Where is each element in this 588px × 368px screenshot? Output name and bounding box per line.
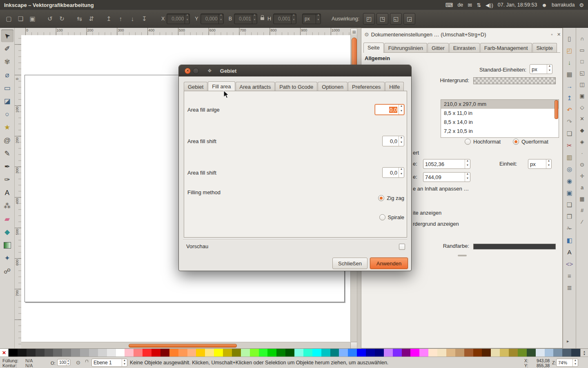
area-fill-angle-spinner[interactable]: ▲▼ (399, 105, 404, 114)
page-width-spinner[interactable]: ▲▼ (465, 159, 470, 168)
box3d-tool[interactable]: ◪ (1, 95, 13, 108)
affect-move-patterns-button[interactable]: ◲ (403, 13, 415, 25)
keyboard-layout-icon[interactable]: ⌨ (445, 2, 453, 8)
dialog-tab-fill-area[interactable]: Fill area (208, 81, 235, 92)
dropper-tool[interactable]: ✦ (1, 252, 13, 265)
snap-bbox-centers-icon[interactable]: ▣ (577, 90, 587, 101)
palette-swatch[interactable] (393, 349, 402, 357)
height-field-spinner[interactable]: ▲▼ (291, 14, 296, 24)
palette-swatch[interactable] (62, 349, 71, 357)
palette-swatch[interactable] (545, 349, 554, 357)
palette-swatch[interactable] (125, 349, 134, 357)
palette-swatch[interactable] (303, 349, 312, 357)
layer-select-spinner[interactable]: ▲▼ (122, 359, 127, 366)
affect-move-gradients-button[interactable]: ◱ (390, 13, 402, 25)
snap-midpoints-icon[interactable]: ∙ (577, 147, 587, 159)
zoom-tool[interactable]: ⌀ (1, 69, 13, 81)
palette-swatch[interactable] (151, 349, 160, 357)
commands-bar-expander[interactable]: ▸ (567, 339, 569, 344)
palette-swatch[interactable] (366, 349, 375, 357)
snap-grids-icon[interactable]: # (577, 204, 587, 216)
palette-swatch[interactable] (375, 349, 384, 357)
show-background-checkbox-label[interactable]: rdergrund anzeigen (413, 221, 459, 227)
dialog-tab-gebiet[interactable]: Gebiet (184, 82, 207, 91)
panel-float-button[interactable]: ▫ (548, 31, 555, 38)
palette-swatch[interactable] (500, 349, 509, 357)
no-color-swatch[interactable]: ✕ (0, 349, 9, 357)
tweak-tool[interactable]: ✾ (1, 56, 13, 68)
palette-swatch[interactable] (232, 349, 241, 357)
palette-swatch[interactable] (384, 349, 393, 357)
snap-smooth-nodes-icon[interactable]: ◈ (577, 136, 587, 147)
snap-rotation-centers-icon[interactable]: ✛ (577, 170, 587, 182)
palette-swatch[interactable] (446, 349, 455, 357)
zoom-spinner[interactable]: ▲▼ (572, 359, 578, 366)
clock[interactable]: 07. Jan, 18:59:53 (498, 2, 537, 8)
paste-icon[interactable]: ▥ (564, 151, 575, 163)
palette-swatch[interactable] (312, 349, 321, 357)
panel-tab-seite[interactable]: Seite (363, 43, 384, 53)
palette-swatch[interactable] (571, 349, 580, 357)
palette-swatch[interactable] (143, 349, 151, 357)
palette-swatch[interactable] (223, 349, 232, 357)
spiral-radio[interactable]: Spirale (379, 214, 404, 220)
show-page-checkbox-label[interactable]: ite anzeigen (413, 210, 441, 216)
area-fill-angle-field[interactable]: 0,0 ▲▼ (375, 104, 404, 115)
star-tool[interactable]: ★ (1, 121, 13, 134)
unlink-clone-icon[interactable]: ✁ (564, 222, 575, 234)
area-fill-shift2-field[interactable]: 0,0 ▲▼ (382, 167, 404, 178)
fit-page-expander[interactable]: e an Inhalt anpassen … (413, 186, 469, 192)
lock-ratio-icon[interactable] (261, 17, 264, 20)
width-field[interactable]: 0,001 ▲▼ (234, 13, 257, 24)
close-button[interactable]: Schließen (332, 258, 368, 269)
save-document-icon[interactable]: ↓ (564, 56, 575, 68)
palette-swatch[interactable] (473, 349, 482, 357)
unit-select[interactable]: px ▲▼ (302, 13, 321, 24)
stroke-value[interactable]: N/A (25, 363, 33, 368)
rotate-ccw-icon[interactable]: ↺ (45, 13, 56, 24)
palette-swatch[interactable] (402, 349, 411, 357)
palette-swatch[interactable] (45, 349, 53, 357)
palette-swatch[interactable] (321, 349, 330, 357)
affect-scale-corners-button[interactable]: ◳ (376, 13, 388, 25)
palette-swatch[interactable] (71, 349, 80, 357)
palette-swatch[interactable] (98, 349, 107, 357)
snap-nodes-icon[interactable]: ◇ (577, 101, 587, 113)
page-height-spinner[interactable]: ▲▼ (465, 173, 470, 182)
palette-swatch[interactable] (509, 349, 518, 357)
snap-cusp-nodes-icon[interactable]: ◆ (577, 124, 587, 136)
spray-tool[interactable]: ⁂ (1, 200, 13, 212)
dialog-tab-hilfe[interactable]: Hilfe (385, 82, 404, 91)
snap-bbox-midpoints-icon[interactable]: ◫ (577, 79, 587, 90)
dialog-tab-path-to-gcode[interactable]: Path to Gcode (275, 82, 317, 91)
unit-select-spinner[interactable]: ▲▼ (316, 14, 321, 24)
volume-icon[interactable]: ◀)) (486, 2, 493, 8)
landscape-radio[interactable]: Querformat (513, 139, 548, 145)
panel-resize-grip[interactable] (458, 255, 467, 256)
horizontal-scrollbar-thumb[interactable] (129, 344, 237, 348)
portrait-radio[interactable]: Hochformat (465, 139, 501, 145)
area-fill-shift2-spinner[interactable]: ▲▼ (399, 168, 404, 177)
panel-tab-gitter[interactable]: Gitter (428, 43, 449, 52)
dialog-tab-optionen[interactable]: Optionen (318, 82, 347, 91)
cut-icon[interactable]: ✂ (564, 139, 575, 151)
palette-swatch[interactable] (27, 349, 36, 357)
default-units-select[interactable]: px ▲▼ (530, 64, 552, 74)
zoom-field[interactable]: 74% ▲▼ (556, 359, 578, 367)
x-field-spinner[interactable]: ▲▼ (185, 14, 189, 24)
open-document-icon[interactable]: ◰ (564, 45, 575, 56)
ellipse-tool[interactable]: ○ (1, 108, 13, 121)
border-color-swatch[interactable] (473, 244, 556, 249)
palette-swatch[interactable] (437, 349, 446, 357)
snap-intersections-icon[interactable]: ✕ (577, 113, 587, 124)
fill-value[interactable]: N/A (25, 358, 33, 363)
keyboard-layout-label[interactable]: de (457, 2, 463, 8)
duplicate-icon[interactable]: ❑ (564, 199, 575, 211)
mail-icon[interactable]: ✉ (468, 2, 472, 8)
paper-size-row[interactable]: 8,5 x 14,0 in (441, 118, 559, 127)
apply-button[interactable]: Anwenden (370, 258, 408, 269)
palette-swatch[interactable] (134, 349, 143, 357)
text-dialog-icon[interactable]: A (564, 246, 575, 258)
dialog-titlebar[interactable]: ✕ ❖ Gebiet (179, 65, 411, 76)
preview-checkbox[interactable] (399, 244, 405, 250)
